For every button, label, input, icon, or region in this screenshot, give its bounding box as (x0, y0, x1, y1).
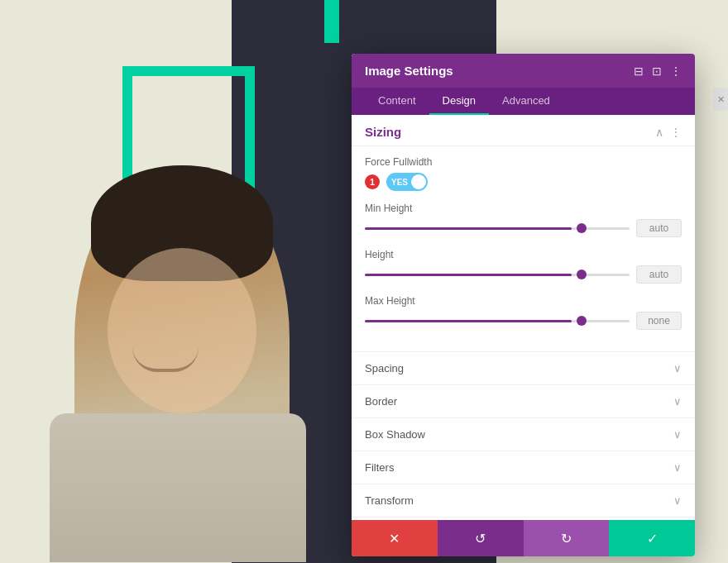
max-height-value[interactable]: none (636, 312, 682, 330)
box-shadow-label: Box Shadow (365, 428, 425, 441)
transform-section[interactable]: Transform ∨ (352, 484, 695, 517)
step-badge: 1 (365, 174, 380, 189)
modal-content-area: Force Fullwidth 1 YES Min Height (352, 146, 695, 351)
height-slider-container: auto (365, 265, 682, 284)
transform-chevron-icon: ∨ (673, 494, 682, 507)
spacing-chevron-icon: ∨ (673, 362, 682, 375)
section-more-icon[interactable]: ⋮ (670, 126, 682, 139)
min-height-label: Min Height (365, 203, 682, 214)
spacing-label: Spacing (365, 362, 404, 375)
border-label: Border (365, 395, 397, 408)
modal-header: Image Settings ⊟ ⊡ ⋮ (352, 54, 695, 88)
cancel-button[interactable]: ✕ (352, 520, 438, 556)
spacing-section[interactable]: Spacing ∨ (352, 351, 695, 384)
toggle-row: 1 YES (365, 173, 682, 191)
toggle-yes-label: YES (391, 178, 408, 187)
sizing-title: Sizing (365, 125, 401, 139)
modal-tabs: Content Design Advanced (352, 88, 695, 115)
more-icon[interactable]: ⋮ (670, 64, 682, 78)
height-slider-track[interactable] (365, 274, 630, 276)
image-settings-modal: Image Settings ⊟ ⊡ ⋮ Content Design Adva… (352, 54, 695, 556)
max-height-slider-container: none (365, 312, 682, 330)
filters-section[interactable]: Filters ∨ (352, 451, 695, 484)
min-height-slider-thumb[interactable] (577, 223, 587, 233)
teal-top-accent (324, 0, 339, 43)
height-slider-fill (365, 274, 572, 276)
redo-icon: ↻ (561, 531, 572, 546)
tab-design[interactable]: Design (429, 88, 489, 115)
height-slider-thumb[interactable] (577, 270, 587, 279)
section-collapse-icon[interactable]: ∧ (655, 126, 663, 139)
person-photo (25, 165, 347, 563)
sizing-section-header: Sizing ∧ ⋮ (352, 115, 695, 146)
min-height-slider-container: auto (365, 219, 682, 237)
max-height-label: Max Height (365, 295, 682, 307)
min-height-setting: Min Height auto (365, 203, 682, 237)
tab-advanced[interactable]: Advanced (489, 88, 563, 115)
redo-button[interactable]: ↻ (524, 520, 610, 556)
border-section[interactable]: Border ∨ (352, 384, 695, 417)
min-height-slider-fill (365, 227, 572, 230)
max-height-setting: Max Height none (365, 295, 682, 330)
modal-header-icons: ⊟ ⊡ ⋮ (634, 64, 682, 78)
toggle-knob (411, 174, 426, 189)
force-fullwidth-label: Force Fullwidth (365, 156, 682, 168)
confirm-button[interactable]: ✓ (609, 520, 695, 556)
transform-label: Transform (365, 494, 414, 507)
edge-close-button[interactable]: ✕ (713, 88, 728, 111)
modal-title: Image Settings (365, 64, 453, 78)
section-header-icons: ∧ ⋮ (655, 126, 682, 139)
undo-button[interactable]: ↺ (438, 520, 524, 556)
height-label: Height (365, 249, 682, 260)
confirm-icon: ✓ (647, 531, 658, 546)
fullwidth-toggle[interactable]: YES (386, 173, 428, 191)
height-setting: Height auto (365, 249, 682, 284)
max-height-slider-fill (365, 320, 572, 322)
filters-label: Filters (365, 461, 394, 474)
border-chevron-icon: ∨ (673, 395, 682, 408)
minimize-icon[interactable]: ⊟ (634, 64, 644, 78)
filters-chevron-icon: ∨ (673, 461, 682, 474)
modal-footer: ✕ ↺ ↻ ✓ (352, 520, 695, 556)
max-height-slider-thumb[interactable] (577, 316, 587, 326)
min-height-value[interactable]: auto (636, 219, 682, 237)
force-fullwidth-setting: Force Fullwidth 1 YES (365, 156, 682, 191)
min-height-slider-track[interactable] (365, 227, 630, 230)
tab-content[interactable]: Content (365, 88, 429, 115)
maximize-icon[interactable]: ⊡ (652, 64, 662, 78)
cancel-icon: ✕ (389, 531, 400, 546)
box-shadow-section[interactable]: Box Shadow ∨ (352, 417, 695, 451)
modal-body: Sizing ∧ ⋮ Force Fullwidth 1 YES (352, 115, 695, 520)
max-height-slider-track[interactable] (365, 320, 630, 322)
box-shadow-chevron-icon: ∨ (673, 428, 682, 441)
undo-icon: ↺ (475, 531, 486, 546)
height-value[interactable]: auto (636, 265, 682, 284)
